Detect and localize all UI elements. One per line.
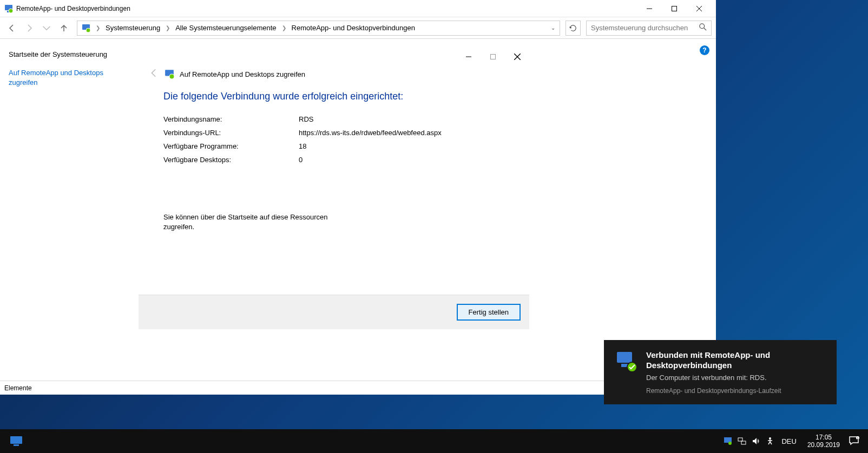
svg-point-23 [728,442,732,445]
status-text: Elemente [4,384,32,392]
main-content: ? Auf RemoteApp und Desktops zugreifen D… [139,39,716,381]
search-icon[interactable] [699,23,707,33]
wizard-window: Auf RemoteApp und Desktops zugreifen Die… [139,49,529,329]
tray-remoteapp-icon[interactable] [723,436,733,446]
svg-point-2 [9,9,13,13]
toast-icon [615,350,637,372]
window-title: RemoteApp- und Desktopverbindungen [16,5,637,12]
breadcrumb-item[interactable]: RemoteApp- und Desktopverbindungen [290,23,417,33]
wizard-title: Auf RemoteApp und Desktops zugreifen [180,70,305,78]
tray-time: 17:05 [807,434,840,441]
breadcrumb-item[interactable]: Systemsteuerung [103,23,162,33]
maximize-button[interactable] [662,0,687,17]
wizard-maximize-button[interactable] [481,49,505,65]
wizard-minimize-button[interactable] [456,49,481,65]
sidebar-home-link[interactable]: Startseite der Systemsteuerung [9,50,130,59]
search-box[interactable] [586,21,712,36]
tray-notification-icon[interactable]: 1 [849,435,860,447]
wizard-heading: Die folgende Verbindung wurde erfolgreic… [163,91,504,102]
svg-line-10 [704,28,706,30]
breadcrumb: ❯ Systemsteuerung ❯ Alle Systemsteuerung… [93,23,417,33]
address-icon [82,24,90,32]
info-row: Verbindungsname: RDS [163,115,504,123]
help-icon[interactable]: ? [700,45,709,55]
svg-point-16 [169,74,174,79]
svg-rect-17 [617,352,632,363]
tray-clock[interactable]: 17:05 20.09.2019 [803,434,844,449]
breadcrumb-item[interactable]: Alle Systemsteuerungselemente [173,23,278,33]
toast-title: Verbunden mit RemoteApp- und Desktopverb… [646,350,826,371]
info-row: Verfügbare Desktops: 0 [163,156,504,164]
programs-label: Verfügbare Programme: [163,142,299,150]
tray-date: 20.09.2019 [807,441,840,449]
connection-name-value: RDS [299,115,504,123]
address-dropdown-icon[interactable]: ⌄ [549,25,557,31]
connection-url-label: Verbindungs-URL: [163,129,299,137]
sidebar: Startseite der Systemsteuerung Auf Remot… [0,39,139,381]
finish-button[interactable]: Fertig stellen [457,304,521,321]
desktops-label: Verfügbare Desktops: [163,156,299,164]
notification-toast[interactable]: Verbunden mit RemoteApp- und Desktopverb… [604,340,837,404]
taskbar-app[interactable] [3,430,29,452]
chevron-right-icon: ❯ [282,25,286,31]
svg-rect-4 [672,6,677,11]
chevron-right-icon: ❯ [96,25,100,31]
svg-text:1: 1 [857,437,859,440]
title-bar: RemoteApp- und Desktopverbindungen [0,0,716,17]
info-row: Verbindungs-URL: https://rds.ws-its.de/r… [163,129,504,137]
toast-line: Der Computer ist verbunden mit: RDS. [646,373,826,383]
system-tray: DEU 17:05 20.09.2019 1 [723,434,865,449]
search-input[interactable] [591,24,699,32]
wizard-app-icon [165,69,174,79]
tray-volume-icon[interactable] [751,436,761,446]
tray-ease-icon[interactable] [765,436,775,446]
info-row: Verfügbare Programme: 18 [163,142,504,150]
svg-point-26 [769,437,771,439]
app-icon [4,4,13,13]
minimize-button[interactable] [637,0,662,17]
svg-point-9 [700,23,705,28]
svg-rect-20 [10,436,22,444]
desktops-value: 0 [299,156,504,164]
wizard-header: Auf RemoteApp und Desktops zugreifen [139,66,529,82]
tray-network-icon[interactable] [737,436,747,446]
toast-sub: RemoteApp- und Desktopverbindungs-Laufze… [646,387,826,395]
svg-rect-24 [738,438,742,441]
close-button[interactable] [687,0,712,17]
control-panel-window: RemoteApp- und Desktopverbindungen ❯ Sys… [0,0,716,395]
resource-text: Sie können über die Startseite auf diese… [163,212,337,232]
wizard-button-row: Fertig stellen [139,295,529,329]
programs-value: 18 [299,142,504,150]
back-button[interactable] [4,21,19,36]
chevron-right-icon: ❯ [166,25,170,31]
svg-rect-21 [14,444,19,446]
connection-url-value: https://rds.ws-its.de/rdweb/feed/webfeed… [299,129,504,137]
nav-bar: ❯ Systemsteuerung ❯ Alle Systemsteuerung… [0,17,716,39]
wizard-close-button[interactable] [505,49,529,65]
connection-name-label: Verbindungsname: [163,115,299,123]
recent-dropdown[interactable] [39,21,54,36]
refresh-button[interactable] [565,21,581,36]
svg-point-8 [86,28,90,32]
up-button[interactable] [56,21,71,36]
svg-rect-25 [741,441,746,444]
wizard-back-icon [149,68,159,80]
tray-language[interactable]: DEU [779,437,798,445]
taskbar: DEU 17:05 20.09.2019 1 [0,429,868,453]
forward-button[interactable] [22,21,37,36]
sidebar-access-link[interactable]: Auf RemoteApp und Desktops zugreifen [9,68,130,88]
address-bar[interactable]: ❯ Systemsteuerung ❯ Alle Systemsteuerung… [77,21,560,36]
svg-rect-12 [490,55,495,59]
